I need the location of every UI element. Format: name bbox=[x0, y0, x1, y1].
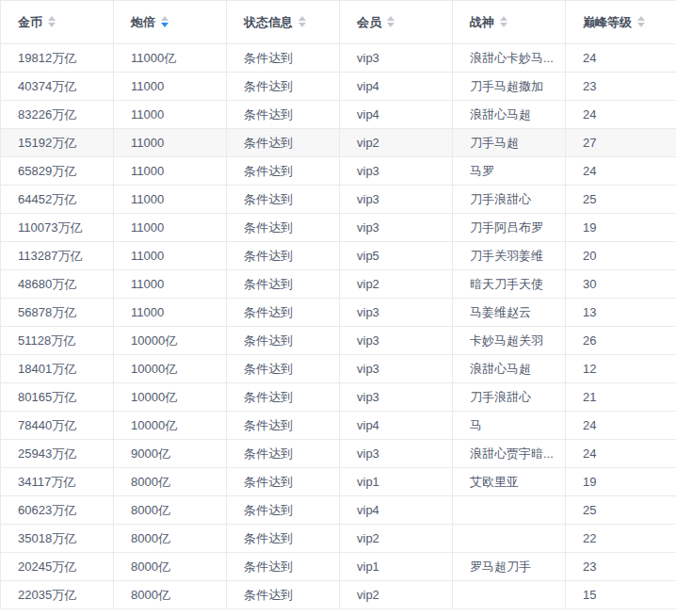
sort-asc-icon[interactable] bbox=[500, 16, 507, 21]
cell-wargod: 刀手马超撒加 bbox=[453, 73, 566, 101]
table-row: 56878万亿11000条件达到vip3马姜维赵云13 bbox=[1, 299, 676, 327]
cell-wargod: 浪甜心马超 bbox=[453, 101, 566, 129]
cell-gold: 110073万亿 bbox=[1, 214, 114, 242]
cell-wargod: 刀手关羽姜维 bbox=[453, 242, 566, 270]
cell-vip: vip2 bbox=[340, 581, 453, 609]
cell-gold: 15192万亿 bbox=[1, 129, 114, 157]
cell-wargod: 卡妙马超关羽 bbox=[453, 327, 566, 355]
cell-multiplier: 11000 bbox=[114, 186, 227, 214]
column-header-label: 会员 bbox=[357, 15, 381, 29]
cell-gold: 48680万亿 bbox=[1, 270, 114, 299]
cell-multiplier: 9000亿 bbox=[114, 440, 227, 468]
sort-desc-icon[interactable] bbox=[500, 23, 507, 27]
column-header-label: 巅峰等级 bbox=[583, 15, 632, 29]
table-row: 51128万亿10000亿条件达到vip3卡妙马超关羽26 bbox=[1, 327, 676, 355]
sort-carets bbox=[298, 16, 306, 27]
cell-peak-level: 22 bbox=[566, 525, 676, 553]
sort-desc-icon[interactable] bbox=[161, 23, 169, 27]
sort-desc-icon[interactable] bbox=[298, 23, 306, 27]
cell-vip: vip3 bbox=[340, 299, 453, 327]
sort-asc-icon[interactable] bbox=[387, 16, 394, 21]
table-row: 15192万亿11000条件达到vip2刀手马超27 bbox=[1, 129, 676, 157]
cell-wargod: 刀手浪甜心 bbox=[453, 186, 566, 214]
table-row: 19812万亿11000亿条件达到vip3浪甜心卡妙马...24 bbox=[1, 44, 676, 73]
cell-multiplier: 8000亿 bbox=[114, 553, 227, 581]
cell-peak-level: 26 bbox=[566, 327, 676, 355]
sort-asc-icon[interactable] bbox=[637, 16, 645, 21]
cell-status: 条件达到 bbox=[227, 129, 340, 157]
cell-peak-level: 24 bbox=[566, 157, 676, 186]
column-header-wargod[interactable]: 战神 bbox=[453, 1, 566, 44]
cell-gold: 113287万亿 bbox=[1, 242, 114, 270]
cell-vip: vip4 bbox=[340, 496, 453, 525]
sort-desc-icon[interactable] bbox=[48, 23, 56, 27]
table-body: 19812万亿11000亿条件达到vip3浪甜心卡妙马...2440374万亿1… bbox=[1, 44, 676, 609]
cell-status: 条件达到 bbox=[227, 101, 340, 129]
table-row: 25943万亿9000亿条件达到vip3浪甜心贾宇暗...24 bbox=[1, 440, 676, 468]
table-row: 35018万亿8000亿条件达到vip222 bbox=[1, 525, 676, 553]
cell-multiplier: 11000 bbox=[114, 73, 227, 101]
cell-wargod: 罗马超刀手 bbox=[453, 553, 566, 581]
column-header-vip[interactable]: 会员 bbox=[340, 1, 453, 44]
column-header-multiplier[interactable]: 炮倍 bbox=[114, 1, 227, 44]
cell-peak-level: 12 bbox=[566, 355, 676, 383]
sort-carets bbox=[500, 16, 507, 27]
cell-multiplier: 10000亿 bbox=[114, 355, 227, 383]
cell-vip: vip3 bbox=[340, 327, 453, 355]
sort-desc-icon[interactable] bbox=[387, 23, 394, 27]
cell-peak-level: 27 bbox=[566, 129, 676, 157]
sort-asc-icon[interactable] bbox=[48, 16, 56, 21]
cell-peak-level: 24 bbox=[566, 412, 676, 440]
sort-carets bbox=[48, 16, 56, 27]
cell-status: 条件达到 bbox=[227, 355, 340, 383]
cell-multiplier: 8000亿 bbox=[114, 581, 227, 609]
column-header-peak-level[interactable]: 巅峰等级 bbox=[566, 1, 676, 44]
cell-status: 条件达到 bbox=[227, 186, 340, 214]
cell-vip: vip3 bbox=[340, 44, 453, 73]
cell-multiplier: 11000 bbox=[114, 129, 227, 157]
cell-multiplier: 8000亿 bbox=[114, 525, 227, 553]
sort-asc-icon[interactable] bbox=[161, 16, 169, 21]
sort-asc-icon[interactable] bbox=[298, 16, 306, 21]
cell-multiplier: 10000亿 bbox=[114, 383, 227, 412]
cell-gold: 83226万亿 bbox=[1, 101, 114, 129]
cell-status: 条件达到 bbox=[227, 327, 340, 355]
cell-gold: 80165万亿 bbox=[1, 383, 114, 412]
table-row: 18401万亿10000亿条件达到vip3浪甜心马超12 bbox=[1, 355, 676, 383]
cell-wargod: 刀手阿吕布罗 bbox=[453, 214, 566, 242]
cell-wargod: 浪甜心卡妙马... bbox=[453, 44, 566, 73]
header-row: 金币炮倍状态信息会员战神巅峰等级 bbox=[1, 1, 676, 44]
cell-wargod bbox=[453, 581, 566, 609]
table-row: 65829万亿11000条件达到vip3马罗24 bbox=[1, 157, 676, 186]
column-header-gold[interactable]: 金币 bbox=[1, 1, 114, 44]
cell-status: 条件达到 bbox=[227, 412, 340, 440]
cell-vip: vip1 bbox=[340, 553, 453, 581]
cell-peak-level: 15 bbox=[566, 581, 676, 609]
column-header-label: 炮倍 bbox=[131, 15, 155, 29]
cell-status: 条件达到 bbox=[227, 299, 340, 327]
table-row: 40374万亿11000条件达到vip4刀手马超撒加23 bbox=[1, 73, 676, 101]
player-data-table: 金币炮倍状态信息会员战神巅峰等级 19812万亿11000亿条件达到vip3浪甜… bbox=[0, 0, 676, 609]
table-row: 110073万亿11000条件达到vip3刀手阿吕布罗19 bbox=[1, 214, 676, 242]
cell-multiplier: 10000亿 bbox=[114, 412, 227, 440]
cell-peak-level: 23 bbox=[566, 73, 676, 101]
cell-gold: 40374万亿 bbox=[1, 73, 114, 101]
cell-multiplier: 10000亿 bbox=[114, 327, 227, 355]
cell-peak-level: 19 bbox=[566, 214, 676, 242]
table-row: 83226万亿11000条件达到vip4浪甜心马超24 bbox=[1, 101, 676, 129]
cell-vip: vip5 bbox=[340, 242, 453, 270]
sort-desc-icon[interactable] bbox=[637, 23, 645, 27]
cell-peak-level: 25 bbox=[566, 186, 676, 214]
cell-vip: vip2 bbox=[340, 270, 453, 299]
cell-wargod: 浪甜心马超 bbox=[453, 355, 566, 383]
table-row: 64452万亿11000条件达到vip3刀手浪甜心25 bbox=[1, 186, 676, 214]
cell-status: 条件达到 bbox=[227, 270, 340, 299]
column-header-label: 金币 bbox=[18, 15, 42, 29]
cell-status: 条件达到 bbox=[227, 157, 340, 186]
table-row: 20245万亿8000亿条件达到vip1罗马超刀手23 bbox=[1, 553, 676, 581]
cell-peak-level: 30 bbox=[566, 270, 676, 299]
cell-peak-level: 24 bbox=[566, 44, 676, 73]
cell-wargod: 马 bbox=[453, 412, 566, 440]
column-header-status[interactable]: 状态信息 bbox=[227, 1, 340, 44]
cell-gold: 18401万亿 bbox=[1, 355, 114, 383]
